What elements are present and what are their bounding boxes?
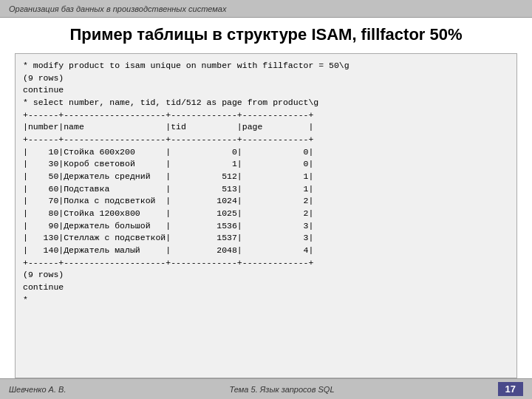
slide-title: Пример таблицы в структуре ISAM, fillfac… — [15, 25, 517, 44]
main-content: Пример таблицы в структуре ISAM, fillfac… — [0, 18, 532, 378]
footer-author: Шевченко А. В. — [9, 385, 66, 394]
header-bar: Организация баз данных в производственны… — [0, 0, 532, 18]
footer-topic: Тема 5. Язык запросов SQL — [229, 385, 334, 394]
header-title: Организация баз данных в производственны… — [9, 4, 226, 13]
code-block: * modify product to isam unique on numbe… — [15, 53, 517, 378]
footer-bar: Шевченко А. В. Тема 5. Язык запросов SQL… — [0, 378, 532, 399]
footer-page-number: 17 — [498, 382, 523, 396]
